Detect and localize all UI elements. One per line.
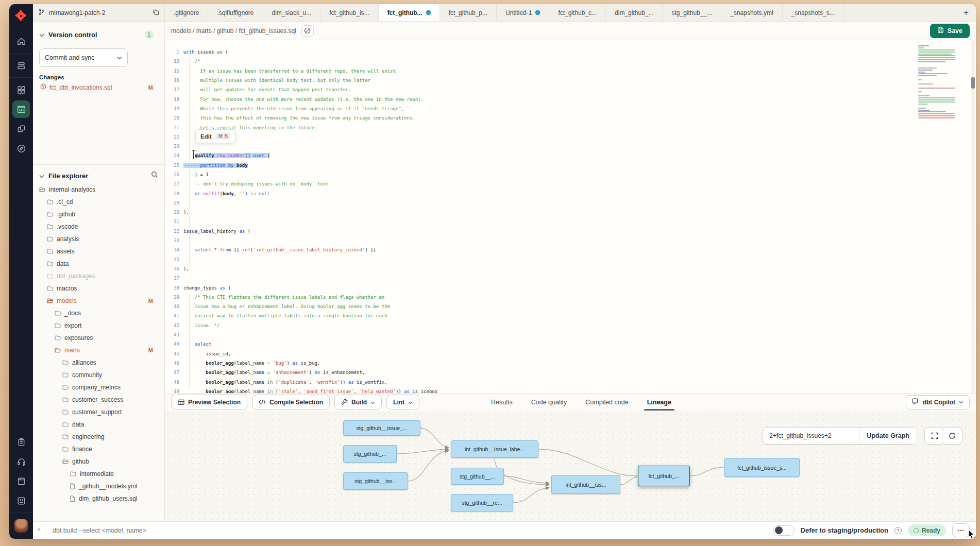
changed-file-row[interactable]: fct_dbt_invocations.sql M [40,83,158,91]
edit-popover[interactable]: Edit ⌘ B [195,129,235,143]
lineage-node[interactable]: int_github__issue_labe... [451,440,538,458]
file-tree-item[interactable]: intermediate [33,468,164,480]
code-line[interactable]: 25 partition by body [165,161,976,170]
file-tree-item[interactable]: dim_github_users.sql [33,492,164,505]
code-line[interactable]: 46 boolor_agg(label_name = 'bug') as is_… [165,359,976,368]
git-branch-selector[interactable]: mirnawong1-patch-2 [33,4,165,21]
commit-and-sync-dropdown[interactable]: Commit and sync [39,48,128,67]
code-line[interactable]: 27 -- don't try deduping issues with no … [165,179,976,189]
file-tree-item[interactable]: community [33,369,164,381]
dashboard-icon[interactable] [12,81,30,98]
code-line[interactable]: 15 If an issue has been transferred to a… [165,66,976,76]
file-tree-item[interactable]: modelsM [33,295,164,307]
compile-selection-button[interactable]: Compile Selection [252,395,330,410]
lineage-node[interactable]: fct_github_issue_s... [724,458,800,477]
file-tree-item[interactable]: analysis [33,233,164,245]
lineage-node[interactable]: int_github__iss... [551,475,620,494]
code-line[interactable]: 24 qualify row_number() over ( [165,151,976,160]
code-line[interactable]: 1with issues as ( [165,47,976,57]
code-editor[interactable]: 1with issues as (13 /*15 If an issue has… [165,40,976,393]
code-line[interactable]: 44 select [165,339,976,349]
new-tab-button[interactable]: + [956,4,976,21]
editor-scrollbar[interactable] [971,40,975,393]
file-tree-item[interactable]: github [33,455,164,468]
jobs-icon[interactable] [12,57,30,74]
dbt-logo-icon[interactable] [14,9,28,23]
file-tab[interactable]: fct_github_c... [549,4,606,21]
file-tree-item[interactable]: internal-analytics [33,183,164,196]
more-options-button[interactable]: ⋯ [952,523,970,537]
code-line[interactable]: 38change_types as ( [165,283,976,292]
file-tree-item[interactable]: martsM [33,344,164,356]
refresh-graph-button[interactable] [942,427,962,445]
code-line[interactable]: 49 boolor_agg(label_name in ('stale', 'g… [165,387,976,393]
file-tree-item[interactable]: macros [33,282,164,295]
status-badge[interactable]: Ready [908,524,946,536]
file-tree-item[interactable]: customer_success [33,394,164,406]
code-line[interactable]: 40 issue has a bug or enhancement label.… [165,302,976,311]
code-line[interactable]: 20 this has the effect of removing the n… [165,113,976,123]
code-line[interactable]: 39 /* This CTE flattens the different is… [165,293,976,302]
tab-results[interactable]: Results [491,394,513,411]
expand-command-bar-button[interactable]: ^ [33,522,45,539]
tab-compiled-code[interactable]: Compiled code [585,394,628,411]
code-line[interactable]: 31 [165,217,976,226]
code-line[interactable]: 35 [165,255,976,264]
file-tree-item[interactable]: data [33,258,164,270]
lineage-node[interactable]: stg_github__iss... [343,472,408,490]
clipboard-icon[interactable] [12,433,30,451]
lineage-node[interactable]: stg_github__... [451,468,504,485]
file-tab[interactable]: _snapshots_s... [783,4,844,21]
code-line[interactable]: 22 [165,132,976,142]
file-tab[interactable]: fct_github_is... [320,4,378,21]
code-line[interactable]: 36), [165,264,976,274]
help-icon[interactable]: ? [894,527,902,534]
file-tab[interactable]: dim_github_... [606,4,663,21]
code-line[interactable]: 45 issue_id, [165,349,976,359]
update-graph-button[interactable]: Update Graph [859,428,917,444]
explore-compass-icon[interactable] [12,140,30,157]
code-line[interactable]: 21 Let's revisit this modeling in the fu… [165,123,976,132]
file-tree-item[interactable]: .vscode [33,220,164,233]
docs-icon[interactable] [12,472,30,490]
code-line[interactable]: 47 boolor_agg(label_name = 'enhancement'… [165,368,976,377]
version-control-header[interactable]: Version control 1 [33,22,164,44]
code-line[interactable]: 23 [165,142,976,151]
preview-selection-button[interactable]: Preview Selection [171,395,247,410]
code-line[interactable]: 48 boolor_agg(label_name in ('duplicate'… [165,377,976,386]
file-explorer-header[interactable]: File explorer [33,165,164,183]
code-line[interactable]: 17 will get updates for events that happ… [165,85,976,94]
code-line[interactable]: 33 [165,236,976,245]
defer-toggle[interactable] [773,525,795,536]
support-headset-icon[interactable] [12,453,30,470]
lineage-node[interactable]: fct_github_... [638,466,690,486]
file-tree-item[interactable]: alliances [33,356,164,369]
orchestration-icon[interactable] [12,120,30,138]
file-tree-item[interactable]: data [33,418,164,431]
lint-button[interactable]: Lint [386,395,419,410]
code-line[interactable]: 16 multiple issues with identical body t… [165,76,976,85]
file-tree-item[interactable]: .github [33,208,164,220]
dbt-command-input[interactable] [45,527,773,534]
editor-scrollbar-thumb[interactable] [971,77,975,89]
lineage-selector-input[interactable] [763,428,859,444]
file-tab[interactable]: .sqlfluffignore [208,4,263,21]
lineage-node[interactable]: stg_github_... [343,445,397,463]
code-line[interactable]: 34 select * from {{ ref('int_github__iss… [165,245,976,254]
file-tree-item[interactable]: .ci_cd [33,196,164,208]
code-line[interactable]: 26 ) = 1 [165,170,976,179]
home-icon[interactable] [12,32,30,50]
lineage-node[interactable]: stg_github__re... [451,494,513,511]
file-tab[interactable]: Untitled-1 [497,4,549,21]
file-tree-item[interactable]: exposures [33,332,164,344]
code-line[interactable]: 29 [165,198,976,208]
file-tree-item[interactable]: engineering [33,431,164,443]
code-line[interactable]: 28 or nullif(body, '') is null [165,189,976,198]
file-tree-item[interactable]: company_metrics [33,381,164,394]
file-tree-item[interactable]: assets [33,245,164,258]
tab-code-quality[interactable]: Code quality [531,394,567,411]
tab-lineage[interactable]: Lineage [647,394,671,411]
code-line[interactable]: 37 [165,274,976,283]
code-line[interactable]: 30), [165,208,976,217]
file-tab[interactable]: fct_github_p... [440,4,497,21]
